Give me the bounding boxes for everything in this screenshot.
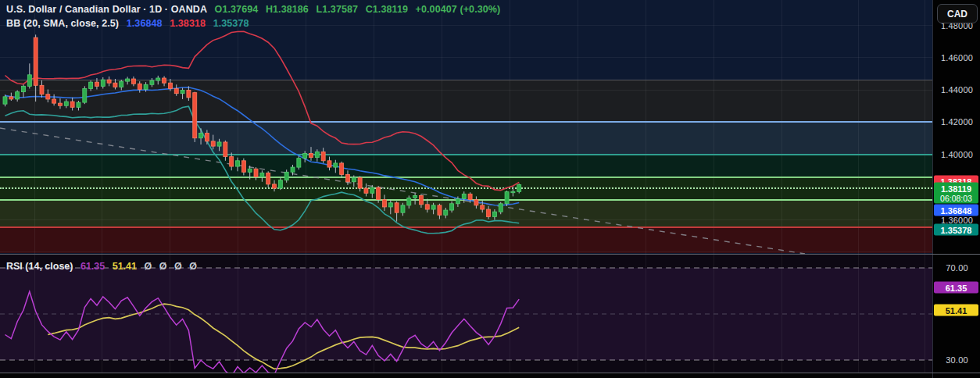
candle-down[interactable] [345, 174, 349, 181]
candle-down[interactable] [309, 153, 313, 157]
candle-down[interactable] [168, 83, 172, 88]
candle-up[interactable] [150, 80, 154, 84]
candle-up[interactable] [16, 92, 20, 99]
candle-up[interactable] [352, 178, 356, 182]
candle-up[interactable] [505, 192, 509, 204]
candle-down[interactable] [224, 142, 227, 157]
candle-down[interactable] [358, 178, 362, 188]
candle-up[interactable] [291, 167, 295, 172]
candle-down[interactable] [52, 99, 56, 103]
candle-down[interactable] [321, 152, 325, 160]
candle-down[interactable] [340, 163, 344, 175]
candle-up[interactable] [413, 195, 417, 198]
candle-up[interactable] [144, 84, 148, 89]
candle-down[interactable] [113, 83, 117, 87]
candle-down[interactable] [211, 141, 215, 146]
candle-up[interactable] [236, 161, 240, 166]
candle-down[interactable] [254, 169, 258, 177]
candle-down[interactable] [382, 200, 386, 207]
candle-up[interactable] [401, 205, 405, 212]
candle-up[interactable] [89, 82, 93, 88]
candle-up[interactable] [3, 97, 7, 104]
symbol-title[interactable]: U.S. Dollar / Canadian Dollar · 1D · OAN… [6, 4, 207, 15]
candle-up[interactable] [101, 80, 105, 86]
candle-down[interactable] [474, 200, 478, 205]
candle-up[interactable] [456, 199, 460, 204]
candle-down[interactable] [438, 205, 442, 215]
candle-up[interactable] [462, 194, 466, 198]
candle-up[interactable] [297, 159, 301, 167]
candle-up[interactable] [334, 163, 338, 167]
candle-down[interactable] [395, 203, 399, 212]
candle-up[interactable] [450, 204, 454, 210]
candle-down[interactable] [273, 184, 277, 188]
candle-up[interactable] [199, 134, 203, 138]
candle-up[interactable] [499, 204, 503, 212]
time-axis-strip[interactable] [0, 373, 932, 378]
candle-up[interactable] [181, 91, 184, 94]
candle-up[interactable] [407, 198, 411, 205]
bb-lower-band[interactable] [5, 106, 520, 234]
candle-up[interactable] [120, 81, 123, 87]
candle-down[interactable] [487, 209, 491, 216]
candle-up[interactable] [77, 102, 80, 107]
bb-upper-band[interactable] [5, 31, 520, 190]
candle-up[interactable] [217, 142, 221, 146]
bb-label[interactable]: BB (20, SMA, close, 2.5) [6, 18, 119, 29]
candle-down[interactable] [481, 205, 485, 209]
candle-down[interactable] [377, 187, 381, 200]
candle-up[interactable] [492, 212, 496, 216]
candle-up[interactable] [517, 185, 521, 192]
candle-up[interactable] [315, 152, 319, 157]
candle-down[interactable] [107, 80, 111, 83]
descending-trendline[interactable] [0, 128, 805, 254]
candle-up[interactable] [21, 86, 25, 91]
candle-up[interactable] [260, 173, 264, 177]
symbol-legend[interactable]: U.S. Dollar / Canadian Dollar · 1D · OAN… [6, 4, 505, 32]
candle-up[interactable] [303, 153, 307, 158]
candle-down[interactable] [95, 82, 98, 86]
candle-up[interactable] [64, 102, 68, 105]
candle-down[interactable] [46, 94, 50, 99]
candle-down[interactable] [131, 79, 135, 84]
candle-down[interactable] [425, 205, 429, 209]
candle-up[interactable] [370, 187, 374, 193]
bb-basis-line[interactable] [5, 87, 520, 205]
candle-down[interactable] [138, 84, 141, 89]
candle-down[interactable] [419, 195, 423, 204]
candle-up[interactable] [126, 79, 130, 81]
candle-down[interactable] [241, 161, 245, 173]
candle-up[interactable] [248, 169, 252, 172]
candle-down[interactable] [193, 93, 197, 138]
candle-down[interactable] [327, 161, 331, 167]
candle-up[interactable] [284, 172, 288, 180]
candle-down[interactable] [163, 78, 166, 83]
candle-up[interactable] [431, 205, 435, 209]
candle-up[interactable] [388, 203, 392, 207]
rsi-legend[interactable]: RSI (14, close) 61.35 51.41 Ø Ø Ø Ø [6, 261, 202, 272]
candle-down[interactable] [34, 37, 38, 85]
candle-down[interactable] [58, 103, 62, 105]
candle-down[interactable] [187, 91, 191, 98]
candle-down[interactable] [9, 97, 13, 99]
candle-up[interactable] [27, 75, 31, 87]
rsi-label[interactable]: RSI (14, close) [6, 261, 73, 272]
candle-down[interactable] [40, 85, 44, 94]
candle-up[interactable] [511, 191, 515, 193]
candle-up[interactable] [83, 88, 87, 102]
rsi-indicator-pane[interactable]: RSI (14, close) 61.35 51.41 Ø Ø Ø Ø [0, 255, 932, 373]
candle-down[interactable] [266, 173, 270, 184]
candle-up[interactable] [278, 180, 282, 188]
bb-indicator-row[interactable]: BB (20, SMA, close, 2.5) 1.36848 1.38318… [6, 18, 505, 30]
currency-toggle-button[interactable]: CAD [937, 4, 978, 23]
candle-down[interactable] [468, 194, 472, 199]
candle-up[interactable] [156, 78, 160, 80]
candle-down[interactable] [364, 188, 368, 193]
candle-up[interactable] [444, 210, 448, 215]
pane-separator[interactable] [0, 254, 980, 255]
candle-down[interactable] [174, 88, 178, 93]
candle-down[interactable] [70, 102, 74, 107]
candle-down[interactable] [230, 157, 234, 166]
candle-down[interactable] [205, 134, 209, 141]
price-axis[interactable]: 1.480001.460001.440001.420001.400001.360… [932, 0, 980, 378]
